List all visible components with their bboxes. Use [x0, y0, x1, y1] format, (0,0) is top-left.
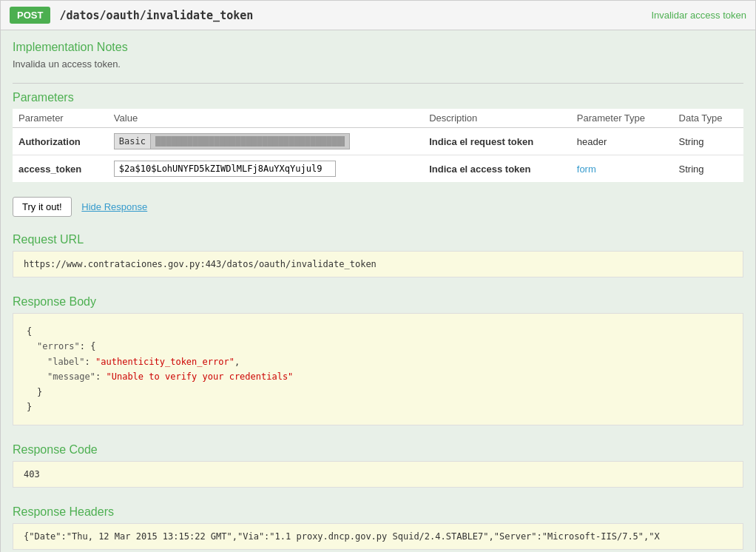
try-it-button[interactable]: Try it out!	[13, 197, 72, 217]
implementation-notes-desc: Invalida un access token.	[13, 58, 743, 70]
access-token-input[interactable]	[114, 161, 336, 177]
param-desc-authorization: Indica el request token	[429, 136, 533, 147]
auth-prefix: Basic	[114, 133, 150, 149]
request-url-section: Request URL https://www.contrataciones.g…	[1, 226, 755, 288]
param-name-access-token: access_token	[18, 164, 81, 175]
endpoint-path: /datos/oauth/invalidate_token	[59, 9, 253, 22]
response-headers-section: Response Headers {"Date":"Thu, 12 Mar 20…	[1, 498, 755, 552]
parameters-table: Parameter Value Description Parameter Ty…	[13, 109, 743, 182]
param-type-access-token: form	[577, 164, 596, 175]
implementation-notes-title: Implementation Notes	[13, 41, 743, 54]
response-code-title: Response Code	[13, 443, 743, 457]
param-datatype-access-token: String	[679, 164, 704, 175]
implementation-notes-section: Implementation Notes Invalida un access …	[1, 30, 755, 83]
authorization-input-group: Basic	[114, 133, 417, 149]
endpoint-header: POST /datos/oauth/invalidate_token Inval…	[1, 1, 755, 30]
json-line-4: "message": "Unable to verify your creden…	[47, 369, 729, 384]
response-code-value: 403	[13, 461, 743, 488]
json-line-3: "label": "authenticity_token_error",	[47, 354, 729, 369]
parameters-title: Parameters	[13, 91, 743, 104]
response-headers-title: Response Headers	[13, 505, 743, 519]
try-section: Try it out! Hide Response	[1, 192, 755, 226]
param-name-authorization: Authorization	[18, 136, 81, 147]
parameters-section: Parameters Parameter Value Description P…	[1, 84, 755, 192]
main-container: POST /datos/oauth/invalidate_token Inval…	[0, 0, 756, 552]
param-desc-access-token: Indica el access token	[429, 164, 530, 175]
response-body-box: { "errors": { "label": "authenticity_tok…	[13, 313, 743, 425]
response-headers-value: {"Date":"Thu, 12 Mar 2015 13:15:22 GMT",…	[24, 531, 660, 542]
response-code-section: Response Code 403	[1, 436, 755, 498]
method-badge: POST	[10, 7, 50, 24]
request-url-title: Request URL	[13, 233, 743, 246]
response-body-section: Response Body { "errors": { "label": "au…	[1, 288, 755, 436]
col-value: Value	[108, 109, 423, 128]
col-description: Description	[423, 109, 571, 128]
col-parameter: Parameter	[13, 109, 108, 128]
param-datatype-authorization: String	[679, 136, 704, 147]
json-line-5: }	[37, 385, 729, 400]
response-body-title: Response Body	[13, 295, 743, 309]
param-type-authorization: header	[577, 136, 607, 147]
endpoint-title[interactable]: Invalidar access token	[651, 10, 746, 21]
request-url-value: https://www.contrataciones.gov.py:443/da…	[13, 251, 743, 277]
hide-response-link[interactable]: Hide Response	[81, 201, 147, 212]
col-parameter-type: Parameter Type	[571, 109, 673, 128]
json-line-1: {	[27, 324, 729, 339]
col-data-type: Data Type	[673, 109, 743, 128]
json-line-6: }	[27, 400, 729, 414]
response-headers-box[interactable]: {"Date":"Thu, 12 Mar 2015 13:15:22 GMT",…	[13, 523, 743, 550]
json-line-2: "errors": {	[37, 339, 729, 354]
authorization-value-input[interactable]	[150, 133, 350, 149]
table-row: access_token Indica el access token form…	[13, 155, 743, 183]
table-row: Authorization Basic Indica el request to…	[13, 128, 743, 155]
